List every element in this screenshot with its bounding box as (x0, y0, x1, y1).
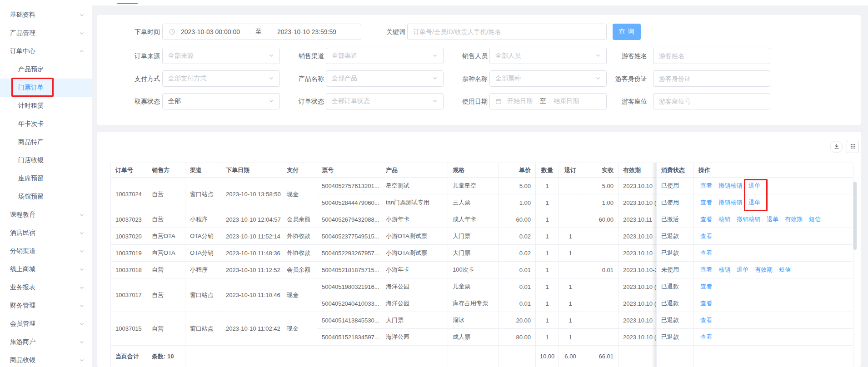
action-link[interactable]: 查看 (700, 283, 712, 291)
sidebar-group-0[interactable]: 基础资料 (0, 6, 92, 24)
action-link[interactable]: 撤销核销 (718, 198, 742, 207)
pickup-status-select[interactable]: 全部 (162, 93, 280, 109)
refund-cell (559, 262, 582, 278)
vertical-scrollbar[interactable] (853, 182, 857, 250)
action-link[interactable]: 查看 (700, 198, 712, 207)
action-link[interactable]: 查看 (700, 232, 712, 240)
sales-person-select[interactable]: 全部人员 (489, 48, 607, 64)
action-link[interactable]: 查看 (700, 266, 712, 274)
action-link[interactable]: 查看 (700, 299, 712, 307)
ticket-type-value: 全部票种 (495, 74, 521, 83)
sidebar-item-2-6[interactable]: 座席预留 (0, 169, 92, 188)
use-date-range-picker[interactable]: 开始日期 至 结束日期 (489, 93, 607, 109)
sidebar-group-10[interactable]: 旅游商户 (0, 333, 92, 351)
received-cell (582, 278, 619, 295)
action-link[interactable]: 查看 (700, 215, 712, 223)
export-download-button[interactable] (830, 141, 843, 153)
summary-refund-cell: 6.00 (559, 346, 582, 367)
use-date-end-placeholder[interactable]: 结束日期 (554, 97, 579, 105)
action-link[interactable]: 撤销核销 (737, 215, 760, 223)
action-link[interactable]: 查看 (700, 249, 712, 257)
chevron-down-icon (79, 339, 85, 345)
action-link[interactable]: 查看 (700, 333, 712, 341)
seller-cell: 自营 (147, 312, 185, 346)
sidebar-group-6[interactable]: 线上商城 (0, 260, 92, 278)
action-link[interactable]: 退单 (767, 215, 778, 223)
sidebar-item-2-5[interactable]: 门店收银 (0, 151, 92, 169)
action-link[interactable]: 短信 (779, 266, 791, 274)
visitor-id-input[interactable] (653, 71, 770, 86)
payment-method-value: 全部支付方式 (168, 74, 206, 83)
order-table-panel: 订单号销售方渠道下单日期支付票号产品规格单价数量退订实收有效期消费状态操作 10… (97, 132, 861, 367)
sidebar-group-label: 基础资料 (10, 11, 35, 19)
sidebar-group-11[interactable]: 商品收银 (0, 351, 92, 367)
product-cell: 海洋公园 (381, 329, 448, 346)
spec-cell: 儿童票 (448, 278, 499, 295)
sidebar-group-2[interactable]: 订单中心 (0, 42, 92, 60)
order-row-group: 10037023自营小程序2023-10-10 12:04:57会员余额5004… (111, 211, 853, 228)
order-status-select[interactable]: 全部订单状态 (326, 93, 444, 109)
chevron-down-icon (79, 212, 85, 218)
action-link[interactable]: 核销 (718, 215, 730, 223)
sidebar-item-2-1-active[interactable]: 门票订单 (0, 79, 92, 97)
order-time-start-value[interactable]: 2023-10-03 00:00:00 (181, 28, 240, 35)
action-link[interactable]: 退单 (737, 266, 748, 274)
price-cell: 0.01 (499, 295, 536, 312)
action-link[interactable]: 有效期 (785, 215, 803, 223)
action-link[interactable]: 查看 (700, 182, 712, 190)
price-cell: 1.00 (499, 194, 536, 211)
seller-cell: 自营OTA (147, 245, 185, 262)
sidebar-group-7[interactable]: 业务报表 (0, 278, 92, 297)
sidebar-group-5[interactable]: 分销渠道 (0, 242, 92, 260)
sidebar-group-8[interactable]: 财务管理 (0, 297, 92, 315)
action-link[interactable]: 短信 (809, 215, 821, 223)
payment-cell: 现金 (282, 178, 317, 211)
seller-cell: 自营 (147, 178, 185, 211)
action-link[interactable]: 有效期 (755, 266, 773, 274)
validity-cell: 2023.10.10 (13 (619, 278, 657, 295)
ticket-type-label: 票种名称 (461, 70, 488, 87)
orders-table: 订单号销售方渠道下单日期支付票号产品规格单价数量退订实收有效期消费状态操作 10… (110, 163, 853, 367)
order-time-range-picker[interactable]: 2023-10-03 00:00:00 至 2023-10-10 23:59:5… (162, 24, 361, 40)
order-time-end-value[interactable]: 2023-10-10 23:59:59 (277, 28, 336, 35)
sidebar-item-2-4[interactable]: 商品特产 (0, 133, 92, 151)
sidebar-item-2-0[interactable]: 产品预定 (0, 60, 92, 79)
header-cell-8: 单价 (499, 163, 536, 178)
column-settings-button[interactable] (847, 141, 859, 153)
visitor-name-input[interactable] (653, 48, 770, 64)
sales-channel-label: 销售渠道 (298, 48, 324, 64)
sidebar-group-1[interactable]: 产品管理 (0, 24, 92, 42)
ticket-no-cell: 5004052040410033... (317, 295, 381, 312)
sidebar-item-2-3[interactable]: 年卡次卡 (0, 115, 92, 133)
action-link[interactable]: 退单 (748, 182, 760, 190)
summary-qty-cell: 10.00 (536, 346, 559, 367)
visitor-seat-input[interactable] (653, 94, 770, 109)
validity-cell: 2023.10.10 (619, 312, 657, 329)
action-link[interactable]: 查看 (700, 316, 712, 324)
search-button[interactable]: 查 询 (613, 24, 641, 40)
spec-cell: 大门票 (448, 245, 499, 262)
sidebar-group-4[interactable]: 酒店民宿 (0, 224, 92, 242)
action-link[interactable]: 退单 (748, 198, 760, 207)
ticket-type-select[interactable]: 全部票种 (489, 70, 607, 87)
action-link[interactable]: 核销 (718, 266, 730, 274)
order-no-cell: 10037024 (111, 178, 147, 211)
refund-cell (559, 194, 582, 211)
payment-method-select[interactable]: 全部支付方式 (162, 70, 280, 87)
spec-cell: 成人票 (448, 329, 499, 346)
sidebar-item-2-7[interactable]: 场馆预留 (0, 188, 92, 206)
action-link[interactable]: 撤销核销 (718, 182, 742, 190)
sidebar-group-9[interactable]: 会员管理 (0, 315, 92, 333)
product-name-select[interactable]: 全部产品 (326, 70, 444, 87)
order-source-select[interactable]: 全部来源 (162, 48, 280, 64)
sales-channel-select[interactable]: 全部渠道 (326, 48, 444, 64)
keyword-input[interactable] (408, 24, 606, 40)
consume-status-cell: 未使用 (657, 262, 694, 278)
qty-cell: 1 (536, 194, 559, 211)
received-cell (582, 329, 619, 346)
sidebar-group-3[interactable]: 课程教育 (0, 206, 92, 224)
payment-cell: 外协收款 (282, 245, 317, 262)
order-no-cell: 10037017 (111, 278, 147, 312)
sidebar-item-2-2[interactable]: 计时租赁 (0, 97, 92, 115)
use-date-start-placeholder[interactable]: 开始日期 (507, 97, 533, 105)
